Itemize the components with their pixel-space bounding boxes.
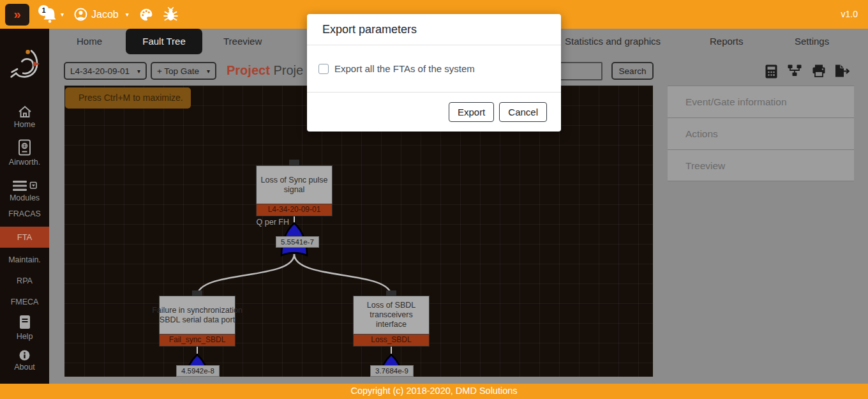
user-menu[interactable]: Jacob ▾ (74, 8, 129, 21)
bug-icon (163, 7, 178, 22)
sidebar-item-fmeca[interactable]: FMECA (0, 297, 49, 306)
file-export-icon (835, 64, 849, 77)
calculate-button[interactable] (765, 64, 777, 81)
robin-logo (9, 45, 41, 82)
app-window: » 1 ▾ Jacob ▾ (0, 0, 868, 399)
bug-report-button[interactable] (163, 7, 178, 22)
chevron-down-icon: ▾ (126, 11, 129, 18)
tab-fault-tree[interactable]: Fault Tree (126, 29, 202, 54)
event-title: Loss of SBDL transceivers interface (357, 301, 426, 329)
panel-section-actions[interactable]: Actions (668, 117, 854, 149)
calculator-icon (765, 64, 777, 79)
tree-layout-button[interactable] (788, 64, 802, 79)
sidebar-item-fta[interactable]: FTA (0, 227, 49, 248)
modules-menu-icon (13, 180, 37, 192)
fault-tree-node-child-2[interactable]: Loss of SBDL transceivers interface (353, 296, 430, 335)
user-icon (74, 8, 87, 21)
panel-section-event-gate-information[interactable]: Event/Gate information (668, 86, 854, 117)
export-all-ftas-checkbox[interactable] (318, 64, 329, 74)
event-code-bar: L4-34-20-09-01 (256, 204, 333, 216)
tab-statistics-and-graphics[interactable]: Statistics and graphics (565, 29, 661, 54)
search-button[interactable]: Search (611, 62, 654, 80)
stem-line (391, 347, 392, 354)
copyright-text: Copyright (c) 2018-2020, DMD Solutions (350, 386, 517, 396)
project-name: Proje (273, 63, 303, 77)
sidebar-toggle-button[interactable]: » (5, 4, 29, 26)
app-version: v1.0 (841, 0, 858, 29)
fault-tree-node-child-1[interactable]: Failure in synchronization SBDL serial d… (159, 296, 236, 335)
notifications-button[interactable]: 1 (41, 6, 57, 24)
caret-down-icon: ▾ (137, 68, 140, 75)
diagram-icon (788, 64, 802, 77)
add-top-gate-button[interactable]: + Top Gate ▾ (151, 62, 216, 80)
sidebar-item-modules[interactable]: Modules (0, 180, 49, 202)
book-icon (19, 315, 31, 330)
info-icon (19, 350, 30, 361)
event-title: Loss of Sync pulse signal (257, 176, 332, 195)
sidebar-item-airworthiness[interactable]: Airworth. (0, 139, 49, 167)
notification-count-badge: 1 (38, 5, 49, 16)
theme-palette-button[interactable] (139, 8, 153, 22)
event-code-bar: Loss_SBDL (353, 335, 430, 347)
gate-probability-value: 4.5942e-8 (176, 365, 220, 377)
gate-probability-value: 5.5541e-7 (276, 236, 319, 248)
gate-selector-dropdown[interactable]: L4-34-20-09-01 ▾ (64, 62, 147, 80)
project-label: Project (227, 63, 270, 77)
fault-tree-node-top[interactable]: Loss of Sync pulse signal (256, 165, 333, 204)
footer-bar: Copyright (c) 2018-2020, DMD Solutions (0, 384, 868, 399)
home-icon (17, 105, 33, 118)
tab-reports[interactable]: Reports (710, 29, 744, 54)
stem-line (197, 347, 198, 354)
checkbox-label: Export all the FTAs of the system (334, 63, 475, 74)
export-parameters-modal: Export parameters Export all the FTAs of… (307, 14, 561, 132)
export-fta-button[interactable] (835, 64, 849, 80)
palette-icon (139, 8, 153, 22)
chevrons-icon: » (13, 7, 20, 22)
panel-section-treeview[interactable]: Treeview (668, 149, 854, 181)
user-name: Jacob (91, 9, 119, 20)
tab-home[interactable]: Home (77, 29, 102, 54)
cancel-button[interactable]: Cancel (499, 102, 547, 122)
caret-down-icon: ▾ (207, 68, 210, 75)
printer-icon (812, 64, 825, 77)
sidebar-item-rpa[interactable]: RPA (0, 276, 49, 285)
sidebar-item-about[interactable]: About (0, 350, 49, 372)
node-top-stub (289, 160, 299, 165)
sidebar-item-fracas[interactable]: FRACAS (0, 209, 49, 218)
print-button[interactable] (812, 64, 825, 80)
sidebar-item-home[interactable]: Home (0, 105, 49, 129)
tab-settings[interactable]: Settings (795, 29, 829, 54)
event-code-bar: Fail_sync_SBDL (159, 335, 236, 347)
gate-probability-value: 3.7684e-9 (370, 365, 414, 377)
passport-globe-icon (18, 139, 31, 156)
export-button[interactable]: Export (449, 102, 494, 122)
sidebar-item-help[interactable]: Help (0, 315, 49, 341)
modal-title: Export parameters (307, 14, 561, 45)
right-accordion-panel: Event/Gate information Actions Treeview (668, 86, 854, 181)
event-title: Failure in synchronization SBDL serial d… (149, 306, 245, 325)
sidebar-item-maintain[interactable]: Maintain. (0, 255, 49, 264)
project-title: Project Proje (227, 63, 303, 78)
chevron-down-icon[interactable]: ▾ (61, 11, 64, 18)
left-sidebar: Home Airworth. Modules FRACAS FTA (0, 29, 49, 384)
tab-treeview[interactable]: Treeview (223, 29, 262, 54)
